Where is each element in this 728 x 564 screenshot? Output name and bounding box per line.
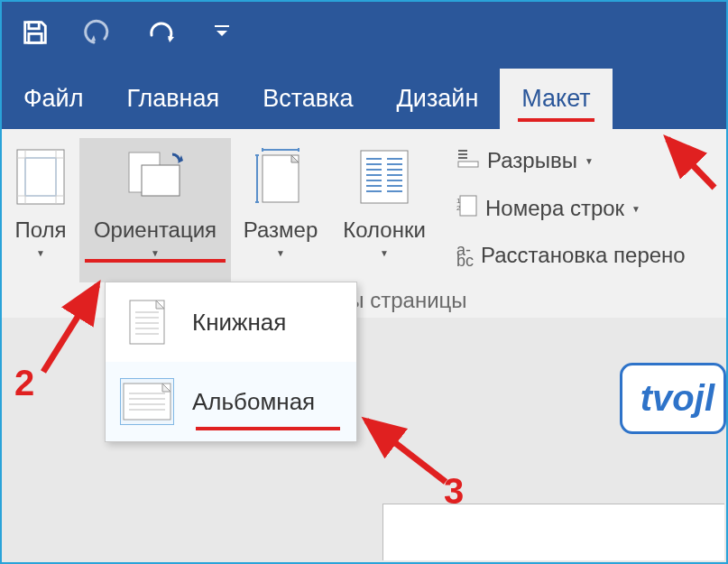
undo-icon[interactable] — [78, 19, 117, 46]
annotation-underline — [85, 259, 226, 263]
breaks-label: Разрывы — [487, 148, 577, 173]
customize-qat-icon[interactable] — [213, 22, 231, 44]
tab-design[interactable]: Дизайн — [375, 69, 501, 129]
chevron-down-icon: ▼ — [631, 204, 640, 214]
columns-button[interactable]: Колонки ▼ — [330, 138, 438, 282]
orientation-button[interactable]: Ориентация ▼ — [79, 138, 231, 282]
chevron-down-icon: ▼ — [585, 156, 594, 166]
margins-icon — [16, 145, 65, 208]
tab-home[interactable]: Главная — [105, 69, 241, 129]
margins-label: Поля — [14, 217, 66, 243]
svg-rect-34 — [460, 196, 476, 216]
chevron-down-icon: ▼ — [151, 248, 160, 258]
size-label: Размер — [244, 217, 318, 243]
annotation-number-3: 3 — [444, 471, 464, 512]
hyphenation-button[interactable]: a-bc Расстановка перено — [449, 239, 693, 272]
margins-button[interactable]: Поля ▼ — [2, 138, 79, 282]
orientation-icon — [124, 145, 187, 208]
annotation-arrow-3 — [355, 410, 455, 491]
redo-icon[interactable] — [144, 17, 177, 48]
annotation-arrow-2 — [34, 273, 115, 381]
columns-icon — [360, 145, 409, 208]
columns-label: Колонки — [343, 217, 426, 243]
svg-rect-10 — [142, 165, 180, 196]
size-icon — [255, 145, 306, 208]
svg-rect-33 — [458, 162, 478, 167]
tab-layout-label: Макет — [521, 85, 590, 112]
breaks-icon — [456, 147, 480, 174]
annotation-arrow-1 — [651, 125, 723, 197]
watermark-badge: tvojl — [620, 363, 726, 434]
size-button[interactable]: Размер ▼ — [231, 138, 330, 282]
svg-rect-2 — [215, 25, 229, 27]
quick-access-toolbar — [2, 2, 726, 63]
orientation-landscape-label: Альбомная — [192, 388, 315, 416]
ribbon-tabs: Файл Главная Вставка Дизайн Макет — [2, 63, 726, 129]
line-numbers-icon: 12 — [456, 194, 478, 223]
svg-rect-0 — [29, 23, 39, 29]
line-numbers-label: Номера строк — [485, 196, 624, 221]
document-page[interactable] — [382, 504, 724, 560]
hyphenation-icon: a-bc — [456, 245, 474, 266]
svg-rect-1 — [29, 33, 41, 42]
orientation-portrait-label: Книжная — [192, 309, 286, 337]
annotation-number-2: 2 — [14, 363, 34, 403]
chevron-down-icon: ▼ — [380, 248, 389, 258]
orientation-landscape-item[interactable]: Альбомная — [106, 362, 356, 441]
tab-file[interactable]: Файл — [2, 69, 105, 129]
annotation-underline — [518, 118, 594, 122]
save-icon[interactable] — [20, 17, 51, 48]
tab-layout[interactable]: Макет — [500, 69, 612, 129]
landscape-icon — [120, 378, 174, 425]
chevron-down-icon: ▼ — [36, 248, 45, 258]
orientation-dropdown: Книжная Альбомная — [105, 282, 357, 442]
orientation-portrait-item[interactable]: Книжная — [106, 282, 356, 362]
hyphenation-label: Расстановка перено — [481, 243, 686, 268]
portrait-icon — [120, 299, 174, 346]
orientation-label: Ориентация — [94, 217, 217, 243]
annotation-underline — [196, 427, 340, 430]
svg-text:2: 2 — [456, 204, 461, 212]
chevron-down-icon: ▼ — [276, 248, 285, 258]
tab-insert[interactable]: Вставка — [241, 69, 374, 129]
